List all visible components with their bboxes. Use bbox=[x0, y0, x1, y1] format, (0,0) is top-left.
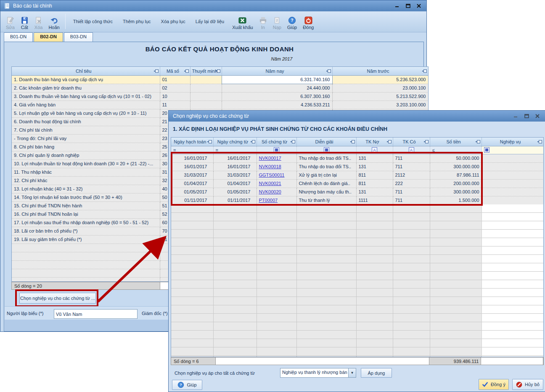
col-tk-no[interactable]: TK Nợ bbox=[356, 138, 393, 146]
cell-previous-year[interactable]: 5.213.522.900 bbox=[332, 92, 428, 101]
cell-previous-year[interactable]: 5.236.523.000 bbox=[332, 75, 428, 84]
dialog-titlebar[interactable]: Chọn nghiệp vụ cho các chứng từ bbox=[169, 111, 545, 122]
tab-b03-dn[interactable]: B03-DN bbox=[64, 32, 93, 42]
pin-icon[interactable] bbox=[424, 140, 429, 143]
col-tk-co[interactable]: TK Có bbox=[393, 138, 430, 146]
export-button[interactable]: Xuất khẩu bbox=[229, 12, 256, 31]
pin-icon[interactable] bbox=[291, 140, 295, 143]
setup-formula-button[interactable]: Thiết lập công thức bbox=[68, 12, 118, 31]
pin-icon[interactable] bbox=[537, 140, 542, 143]
cell-label[interactable]: 6. Doanh thu hoạt động tài chính bbox=[12, 117, 160, 126]
cell-label[interactable]: 1. Doanh thu bán hàng và cung cấp dịch v… bbox=[12, 75, 160, 84]
cell-business[interactable] bbox=[482, 154, 543, 162]
cell-note[interactable] bbox=[190, 75, 222, 84]
col-ma-so[interactable]: Mã số bbox=[160, 67, 190, 75]
ok-button[interactable]: Đồng ý bbox=[479, 379, 509, 390]
cell-previous-year[interactable]: 3.203.100.000 bbox=[332, 101, 428, 109]
cell-code[interactable]: 10 bbox=[160, 92, 190, 101]
business-type-combobox[interactable]: Nghiệp vụ thanh lý nhượng bán ▼ bbox=[280, 368, 356, 378]
pin-icon[interactable] bbox=[422, 69, 427, 73]
pin-icon[interactable] bbox=[387, 140, 392, 143]
annotation-box-button bbox=[15, 289, 98, 307]
close-app-button[interactable]: Đóng bbox=[300, 12, 317, 31]
pin-icon[interactable] bbox=[207, 140, 212, 143]
cell-code[interactable]: 11 bbox=[160, 101, 190, 109]
cell-previous-year[interactable]: 23.000.100 bbox=[332, 84, 428, 92]
pin-icon[interactable] bbox=[476, 140, 480, 143]
col-nam-nay[interactable]: Năm nay bbox=[222, 67, 332, 75]
cancel-button[interactable]: Hủy bỏ bbox=[512, 379, 543, 390]
col-dien-giai[interactable]: Diễn giải bbox=[296, 138, 356, 146]
pin-icon[interactable] bbox=[350, 140, 355, 143]
dialog-close-icon[interactable] bbox=[535, 114, 540, 119]
cell-label[interactable]: 9. Chi phí quản lý doanh nghiệp bbox=[12, 151, 160, 159]
cell-label[interactable]: 3. Doanh thu thuần về bán hàng và cung c… bbox=[12, 92, 160, 101]
svg-text:2: 2 bbox=[276, 19, 278, 22]
cell-label[interactable]: 8. Chi phí bán hàng bbox=[12, 143, 160, 151]
col-thuyet-minh[interactable]: Thuyết minh bbox=[190, 67, 222, 75]
col-chi-tieu[interactable]: Chỉ tiêu bbox=[12, 67, 160, 75]
cell-business[interactable] bbox=[482, 188, 543, 196]
col-nghiep-vu[interactable]: Nghiệp vụ bbox=[482, 138, 543, 146]
filter-business[interactable] bbox=[482, 146, 543, 154]
col-so-chung-tu[interactable]: Số chứng từ bbox=[257, 138, 296, 146]
cell-current-year[interactable]: 24.440.000 bbox=[222, 84, 332, 92]
cell-current-year[interactable]: 6.307.300.160 bbox=[222, 92, 332, 101]
col-so-tien[interactable]: Số tiền bbox=[430, 138, 482, 146]
cell-label[interactable]: 12. Chi phí khác bbox=[12, 176, 160, 185]
save-button[interactable]: Cất bbox=[18, 12, 32, 31]
cell-current-year[interactable]: 4.236.533.211 bbox=[222, 101, 332, 109]
col-ngay-hach-toan[interactable]: Ngày hạch toán bbox=[171, 138, 213, 146]
cell-note[interactable] bbox=[190, 84, 222, 92]
col-ngay-chung-tu[interactable]: Ngày chứng từ bbox=[213, 138, 257, 146]
report-row[interactable]: 3. Doanh thu thuần về bán hàng và cung c… bbox=[12, 92, 428, 101]
delete-button: Xóa bbox=[32, 12, 46, 31]
report-row[interactable]: 1. Doanh thu bán hàng và cung cấp dịch v… bbox=[12, 75, 428, 84]
dialog-maximize-icon[interactable] bbox=[524, 114, 529, 119]
close-icon[interactable] bbox=[416, 4, 421, 8]
pin-icon[interactable] bbox=[216, 69, 220, 73]
check-icon bbox=[482, 381, 488, 388]
chevron-down-icon[interactable]: ▼ bbox=[348, 368, 356, 377]
cell-business[interactable] bbox=[482, 196, 543, 204]
add-appendix-button[interactable]: Thêm phụ lục bbox=[118, 12, 156, 31]
pin-icon[interactable] bbox=[154, 69, 159, 73]
cell-code[interactable]: 02 bbox=[160, 84, 190, 92]
cell-business[interactable] bbox=[482, 162, 543, 171]
pin-icon[interactable] bbox=[184, 69, 189, 73]
report-row[interactable]: 4. Giá vốn hàng bán 11 4.236.533.211 3.2… bbox=[12, 101, 428, 109]
cell-label[interactable]: 7. Chi phí tài chính bbox=[12, 126, 160, 134]
col-nam-truoc[interactable]: Năm trước bbox=[332, 67, 428, 75]
tab-b02-dn[interactable]: B02-DN bbox=[34, 32, 63, 42]
apply-button[interactable]: Áp dụng bbox=[361, 368, 392, 378]
dialog-header-row: Ngày hạch toán Ngày chứng từ Số chứng từ… bbox=[171, 138, 543, 146]
cell-label[interactable]: 2. Các khoản giảm trừ doanh thu bbox=[12, 84, 160, 92]
cell-business[interactable] bbox=[482, 171, 543, 179]
cell-business[interactable] bbox=[482, 179, 543, 188]
dialog-help-button[interactable]: ? Giúp bbox=[172, 380, 202, 390]
main-titlebar[interactable]: Báo cáo tài chính bbox=[0, 0, 426, 11]
cell-note[interactable] bbox=[190, 92, 222, 101]
cell-code[interactable]: 01 bbox=[160, 75, 190, 84]
cell-current-year[interactable]: 6.331.740.160 bbox=[222, 75, 332, 84]
maximize-icon[interactable] bbox=[405, 4, 410, 8]
dialog-minimize-icon[interactable] bbox=[513, 114, 518, 119]
preparer-input[interactable] bbox=[54, 309, 138, 319]
cell-label[interactable]: - Trong đó: Chi phí lãi vay bbox=[12, 134, 160, 143]
reload-data-button[interactable]: Lấy lại dữ liệu bbox=[190, 12, 230, 31]
help-button[interactable]: ? Giúp bbox=[284, 12, 300, 31]
pin-icon[interactable] bbox=[251, 140, 255, 143]
cell-note[interactable] bbox=[190, 101, 222, 109]
director-label: Giám đốc (*) bbox=[142, 311, 168, 316]
minimize-icon[interactable] bbox=[394, 4, 399, 8]
window-title: Báo cáo tài chính bbox=[13, 3, 394, 9]
tab-b01-dn[interactable]: B01-DN bbox=[4, 32, 33, 42]
cell-label[interactable]: 10. Lợi nhuận thuần từ hoạt động kinh do… bbox=[12, 159, 160, 168]
cell-label[interactable]: 5. Lợi nhuận gộp về bán hàng và cung cấp… bbox=[12, 109, 160, 117]
undo-button[interactable]: Hoãn bbox=[45, 12, 62, 31]
cell-label[interactable]: 4. Giá vốn hàng bán bbox=[12, 101, 160, 109]
report-row[interactable]: 2. Các khoản giảm trừ doanh thu 02 24.44… bbox=[12, 84, 428, 92]
remove-appendix-button[interactable]: Xóa phụ lục bbox=[156, 12, 190, 31]
pin-icon[interactable] bbox=[326, 69, 331, 73]
cell-label[interactable]: 11. Thu nhập khác bbox=[12, 168, 160, 176]
